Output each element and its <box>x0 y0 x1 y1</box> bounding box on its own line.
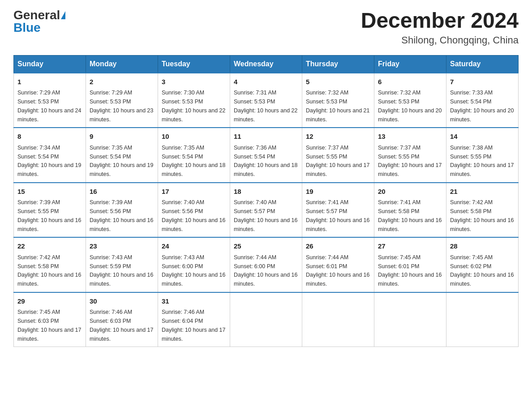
title-section: December 2024 Shilong, Chongqing, China <box>361 9 519 46</box>
day-number: 6 <box>378 77 442 87</box>
table-row: 29Sunrise: 7:45 AMSunset: 6:03 PMDayligh… <box>14 292 86 347</box>
day-number: 5 <box>306 77 370 87</box>
day-info: Sunrise: 7:35 AMSunset: 5:54 PMDaylight:… <box>162 145 225 177</box>
day-number: 15 <box>17 187 82 197</box>
day-info: Sunrise: 7:36 AMSunset: 5:54 PMDaylight:… <box>234 145 297 177</box>
logo-blue-text: Blue <box>13 21 41 34</box>
day-info: Sunrise: 7:31 AMSunset: 5:53 PMDaylight:… <box>234 90 297 122</box>
day-info: Sunrise: 7:45 AMSunset: 6:01 PMDaylight:… <box>378 254 442 287</box>
day-number: 30 <box>90 296 154 307</box>
day-number: 26 <box>306 241 370 252</box>
day-info: Sunrise: 7:45 AMSunset: 6:03 PMDaylight:… <box>17 309 81 342</box>
day-info: Sunrise: 7:42 AMSunset: 5:58 PMDaylight:… <box>450 199 514 232</box>
day-number: 20 <box>378 187 442 197</box>
table-row: 22Sunrise: 7:42 AMSunset: 5:58 PMDayligh… <box>14 237 86 292</box>
day-number: 31 <box>162 296 226 307</box>
day-number: 9 <box>90 132 154 142</box>
day-info: Sunrise: 7:40 AMSunset: 5:56 PMDaylight:… <box>162 199 225 232</box>
day-info: Sunrise: 7:33 AMSunset: 5:54 PMDaylight:… <box>450 90 514 122</box>
col-header-wednesday: Wednesday <box>230 55 302 73</box>
location: Shilong, Chongqing, China <box>361 34 519 46</box>
day-number: 12 <box>306 132 370 142</box>
logo-triangle-icon <box>61 11 65 19</box>
day-info: Sunrise: 7:44 AMSunset: 6:01 PMDaylight:… <box>306 254 369 287</box>
day-info: Sunrise: 7:41 AMSunset: 5:57 PMDaylight:… <box>306 199 369 232</box>
day-number: 4 <box>234 77 298 87</box>
table-row: 27Sunrise: 7:45 AMSunset: 6:01 PMDayligh… <box>374 237 446 292</box>
day-number: 21 <box>450 187 515 197</box>
table-row <box>302 292 374 347</box>
table-row: 4Sunrise: 7:31 AMSunset: 5:53 PMDaylight… <box>230 73 302 128</box>
day-number: 2 <box>90 77 154 87</box>
day-number: 28 <box>450 241 515 252</box>
calendar-table: SundayMondayTuesdayWednesdayThursdayFrid… <box>13 55 519 347</box>
table-row: 1Sunrise: 7:29 AMSunset: 5:53 PMDaylight… <box>14 73 86 128</box>
col-header-monday: Monday <box>86 55 158 73</box>
day-number: 8 <box>17 132 82 142</box>
day-number: 16 <box>90 187 154 197</box>
day-number: 7 <box>450 77 515 87</box>
day-info: Sunrise: 7:39 AMSunset: 5:55 PMDaylight:… <box>17 199 81 232</box>
table-row: 6Sunrise: 7:32 AMSunset: 5:53 PMDaylight… <box>374 73 446 128</box>
table-row: 23Sunrise: 7:43 AMSunset: 5:59 PMDayligh… <box>86 237 158 292</box>
table-row: 26Sunrise: 7:44 AMSunset: 6:01 PMDayligh… <box>302 237 374 292</box>
table-row: 5Sunrise: 7:32 AMSunset: 5:53 PMDaylight… <box>302 73 374 128</box>
table-row: 8Sunrise: 7:34 AMSunset: 5:54 PMDaylight… <box>14 128 86 183</box>
day-info: Sunrise: 7:44 AMSunset: 6:00 PMDaylight:… <box>234 254 297 287</box>
day-info: Sunrise: 7:29 AMSunset: 5:53 PMDaylight:… <box>90 90 153 122</box>
col-header-tuesday: Tuesday <box>158 55 230 73</box>
day-info: Sunrise: 7:41 AMSunset: 5:58 PMDaylight:… <box>378 199 442 232</box>
col-header-sunday: Sunday <box>14 55 86 73</box>
day-number: 3 <box>162 77 226 87</box>
day-number: 22 <box>17 241 82 252</box>
table-row: 14Sunrise: 7:38 AMSunset: 5:55 PMDayligh… <box>446 128 519 183</box>
logo-general-text: General <box>13 9 60 21</box>
table-row <box>230 292 302 347</box>
table-row: 18Sunrise: 7:40 AMSunset: 5:57 PMDayligh… <box>230 183 302 238</box>
day-info: Sunrise: 7:37 AMSunset: 5:55 PMDaylight:… <box>378 145 442 177</box>
day-number: 19 <box>306 187 370 197</box>
table-row: 2Sunrise: 7:29 AMSunset: 5:53 PMDaylight… <box>86 73 158 128</box>
day-number: 29 <box>17 296 82 307</box>
day-info: Sunrise: 7:45 AMSunset: 6:02 PMDaylight:… <box>450 254 514 287</box>
day-number: 27 <box>378 241 442 252</box>
day-info: Sunrise: 7:30 AMSunset: 5:53 PMDaylight:… <box>162 90 225 122</box>
table-row <box>446 292 519 347</box>
table-row: 13Sunrise: 7:37 AMSunset: 5:55 PMDayligh… <box>374 128 446 183</box>
table-row: 21Sunrise: 7:42 AMSunset: 5:58 PMDayligh… <box>446 183 519 238</box>
day-info: Sunrise: 7:46 AMSunset: 6:03 PMDaylight:… <box>90 309 153 342</box>
table-row: 15Sunrise: 7:39 AMSunset: 5:55 PMDayligh… <box>14 183 86 238</box>
day-info: Sunrise: 7:38 AMSunset: 5:55 PMDaylight:… <box>450 145 514 177</box>
day-number: 13 <box>378 132 442 142</box>
logo: General Blue <box>13 9 65 34</box>
day-number: 14 <box>450 132 515 142</box>
day-number: 1 <box>17 77 82 87</box>
day-info: Sunrise: 7:34 AMSunset: 5:54 PMDaylight:… <box>17 145 81 177</box>
table-row: 30Sunrise: 7:46 AMSunset: 6:03 PMDayligh… <box>86 292 158 347</box>
table-row: 20Sunrise: 7:41 AMSunset: 5:58 PMDayligh… <box>374 183 446 238</box>
day-info: Sunrise: 7:32 AMSunset: 5:53 PMDaylight:… <box>306 90 369 122</box>
table-row: 17Sunrise: 7:40 AMSunset: 5:56 PMDayligh… <box>158 183 230 238</box>
table-row: 9Sunrise: 7:35 AMSunset: 5:54 PMDaylight… <box>86 128 158 183</box>
table-row: 16Sunrise: 7:39 AMSunset: 5:56 PMDayligh… <box>86 183 158 238</box>
day-info: Sunrise: 7:37 AMSunset: 5:55 PMDaylight:… <box>306 145 369 177</box>
table-row: 3Sunrise: 7:30 AMSunset: 5:53 PMDaylight… <box>158 73 230 128</box>
table-row: 19Sunrise: 7:41 AMSunset: 5:57 PMDayligh… <box>302 183 374 238</box>
day-info: Sunrise: 7:32 AMSunset: 5:53 PMDaylight:… <box>378 90 442 122</box>
table-row: 11Sunrise: 7:36 AMSunset: 5:54 PMDayligh… <box>230 128 302 183</box>
day-number: 11 <box>234 132 298 142</box>
col-header-saturday: Saturday <box>446 55 519 73</box>
table-row <box>374 292 446 347</box>
day-info: Sunrise: 7:29 AMSunset: 5:53 PMDaylight:… <box>17 90 81 122</box>
table-row: 31Sunrise: 7:46 AMSunset: 6:04 PMDayligh… <box>158 292 230 347</box>
day-number: 24 <box>162 241 226 252</box>
day-info: Sunrise: 7:43 AMSunset: 6:00 PMDaylight:… <box>162 254 225 287</box>
table-row: 25Sunrise: 7:44 AMSunset: 6:00 PMDayligh… <box>230 237 302 292</box>
day-number: 17 <box>162 187 226 197</box>
day-info: Sunrise: 7:35 AMSunset: 5:54 PMDaylight:… <box>90 145 153 177</box>
day-info: Sunrise: 7:46 AMSunset: 6:04 PMDaylight:… <box>162 309 225 342</box>
table-row: 12Sunrise: 7:37 AMSunset: 5:55 PMDayligh… <box>302 128 374 183</box>
day-number: 23 <box>90 241 154 252</box>
day-number: 10 <box>162 132 226 142</box>
day-info: Sunrise: 7:43 AMSunset: 5:59 PMDaylight:… <box>90 254 153 287</box>
